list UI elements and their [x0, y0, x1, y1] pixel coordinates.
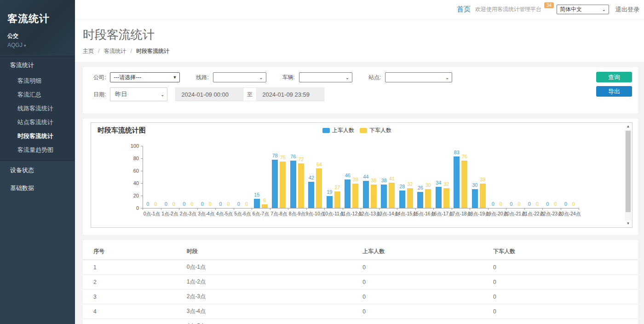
chart-legend: 上车人数下车人数	[91, 127, 623, 134]
sidebar-item-1[interactable]: 客流明细	[0, 74, 75, 88]
table-cell-2: 0	[362, 260, 493, 275]
date-to-label: 至	[243, 87, 256, 101]
y-axis-tick-label: 80	[123, 156, 139, 161]
table-row: 54点-5点00	[83, 319, 638, 324]
sidebar-item-6[interactable]: 客流量趋势图	[0, 143, 75, 157]
company-select[interactable]: ---请选择--- ▼	[110, 72, 180, 82]
table-cell-2: 0	[362, 289, 493, 304]
table-cell-3: 0	[493, 275, 638, 289]
x-axis-tick	[252, 208, 252, 210]
x-axis-tick	[542, 208, 543, 210]
sidebar-item-0[interactable]: 客流统计	[0, 56, 75, 74]
user-menu[interactable]: AQGJ ▾	[7, 42, 69, 48]
sidebar-item-8[interactable]: 基础数据	[0, 179, 75, 197]
date-from-input[interactable]	[175, 87, 243, 101]
table-header-0: 序号	[83, 243, 187, 260]
x-axis-tick	[452, 208, 452, 210]
bar-boarding	[290, 161, 296, 208]
x-axis-tick	[379, 208, 380, 210]
bar-value-label: 32	[438, 181, 454, 187]
line-select[interactable]: ⌄	[213, 72, 266, 82]
bar-alighting	[334, 191, 340, 208]
x-axis-tick	[579, 208, 579, 210]
scroll-down-icon[interactable]: ▼	[625, 220, 632, 227]
x-axis-tick	[343, 208, 343, 210]
page-title: 时段客流统计	[83, 27, 644, 43]
table-body: 10点-1点0021点-2点0032点-3点0043点-4点0054点-5点00…	[83, 260, 638, 324]
bar-alighting	[443, 188, 449, 208]
scroll-up-icon[interactable]: ▲	[625, 123, 632, 130]
filter-panel: 公司: ---请选择--- ▼ 线路: ⌄ 车辆: ⌄ 站点:	[83, 67, 638, 113]
table-row: 21点-2点00	[83, 275, 638, 289]
bar-boarding	[327, 196, 333, 208]
table-cell-0: 5	[83, 319, 187, 324]
breadcrumb: 主页 / 客流统计 / 时段客流统计	[83, 47, 644, 55]
company-name: 公交	[7, 32, 69, 40]
bar-alighting	[352, 184, 358, 208]
table-cell-0: 3	[83, 289, 187, 304]
table-cell-1: 2点-3点	[187, 289, 363, 304]
y-axis-tick	[141, 146, 143, 146]
legend-swatch-icon	[360, 128, 367, 133]
date-preset-value: 昨日	[115, 90, 127, 98]
query-button[interactable]: 查询	[596, 72, 632, 82]
table-header-1: 时段	[187, 243, 363, 260]
welcome-text: 欢迎使用客流统计管理平台	[475, 6, 541, 13]
x-axis-tick	[234, 208, 234, 210]
language-select[interactable]: 简体中文 ⌄	[557, 5, 609, 14]
table-panel: 序号时段上车人数下车人数 10点-1点0021点-2点0032点-3点0043点…	[83, 240, 638, 324]
sidebar-item-5[interactable]: 时段客流统计	[0, 129, 75, 143]
breadcrumb-home[interactable]: 主页	[83, 48, 94, 54]
vehicle-select[interactable]: ⌄	[299, 72, 352, 82]
page-heading: 时段客流统计 主页 / 客流统计 / 时段客流统计	[75, 19, 644, 62]
station-select[interactable]: ⌄	[385, 72, 452, 82]
dropdown-triangle-icon: ▼	[172, 75, 177, 80]
filter-row-1: 公司: ---请选择--- ▼ 线路: ⌄ 车辆: ⌄ 站点:	[93, 72, 587, 82]
chart-container: 时段车流统计图 上车人数下车人数 020406080100000点-1点001点…	[91, 122, 632, 228]
x-axis-tick	[270, 208, 270, 210]
date-preset-select[interactable]: 昨日 ⌄	[110, 87, 167, 101]
home-link[interactable]: 首页	[457, 5, 471, 14]
table-cell-0: 2	[83, 275, 187, 289]
sidebar-item-3[interactable]: 线路客流统计	[0, 102, 75, 116]
legend-item[interactable]: 下车人数	[360, 127, 391, 134]
y-axis-tick-label: 60	[123, 168, 139, 174]
chart-panel: 时段车流统计图 上车人数下车人数 020406080100000点-1点001点…	[83, 119, 638, 235]
table-cell-3: 0	[493, 304, 638, 319]
scrollbar-thumb[interactable]	[626, 131, 631, 212]
main-area: 首页 欢迎使用客流统计管理平台 34 简体中文 ⌄ 退出登录 时段客流统计 主页…	[75, 0, 644, 324]
bar-alighting	[316, 168, 322, 208]
bar-value-label: 39	[475, 177, 490, 182]
legend-item[interactable]: 上车人数	[322, 127, 354, 134]
breadcrumb-section[interactable]: 客流统计	[104, 48, 126, 54]
legend-swatch-icon	[322, 128, 330, 133]
filter-row-2: 日期: 昨日 ⌄ 至	[93, 87, 587, 101]
table-cell-2: 0	[362, 275, 493, 289]
y-axis-tick	[141, 196, 143, 196]
bar-boarding	[399, 191, 405, 208]
table-row: 10点-1点00	[83, 260, 638, 275]
y-axis-tick	[141, 183, 143, 184]
date-label: 日期:	[93, 91, 106, 98]
company-select-value: ---请选择---	[114, 74, 141, 81]
legend-label: 上车人数	[332, 127, 354, 134]
vehicle-label: 车辆:	[282, 74, 295, 81]
x-axis-tick	[433, 208, 434, 210]
bar-alighting	[407, 188, 413, 208]
bar-alighting	[298, 163, 304, 208]
date-to-input[interactable]	[256, 87, 324, 101]
bar-value-label: 15	[249, 192, 264, 197]
sidebar-item-2[interactable]: 客流汇总	[0, 88, 75, 102]
table-cell-3: 0	[493, 319, 638, 324]
export-button[interactable]: 导出	[596, 86, 632, 97]
chart-scrollbar[interactable]: ▲ ▼	[625, 123, 632, 227]
logout-link[interactable]: 退出登录	[615, 6, 639, 14]
sidebar-item-4[interactable]: 站点客流统计	[0, 116, 75, 129]
bar-alighting	[425, 189, 431, 208]
sidebar-item-7[interactable]: 设备状态	[0, 161, 75, 179]
table-cell-1: 4点-5点	[187, 319, 363, 324]
bar-boarding	[308, 182, 314, 208]
bar-value-label: 27	[329, 185, 345, 190]
sidebar-active-section: 客流统计客流明细客流汇总线路客流统计站点客流统计时段客流统计客流量趋势图	[0, 56, 75, 161]
bar-boarding	[417, 192, 423, 208]
